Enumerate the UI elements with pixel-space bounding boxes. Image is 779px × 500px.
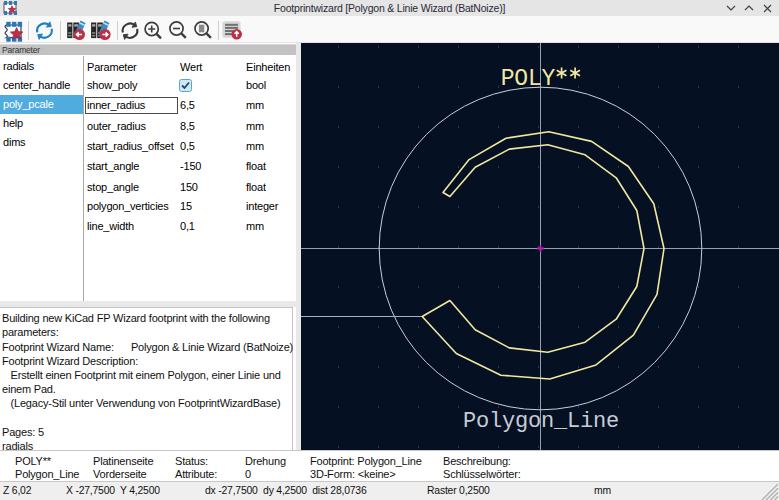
svg-text:Polygon_Line: Polygon_Line: [463, 409, 619, 434]
svg-text:POLY: POLY: [501, 66, 556, 92]
